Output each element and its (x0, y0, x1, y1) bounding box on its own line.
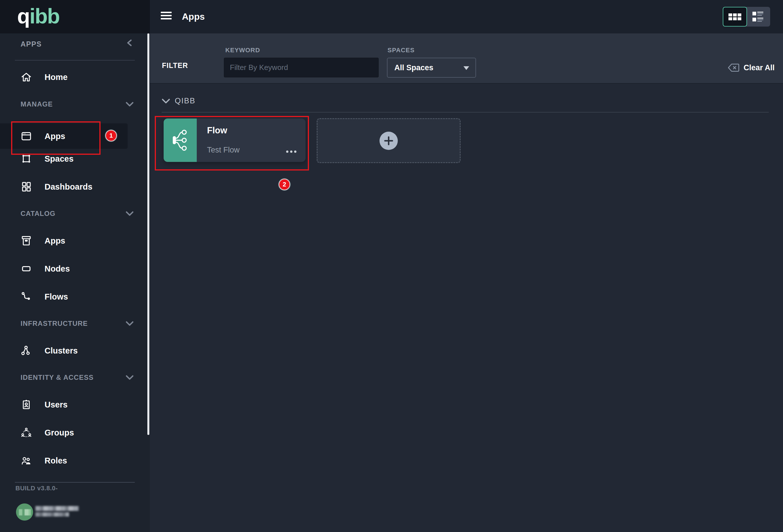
chevron-down-icon (126, 321, 134, 326)
sidebar-item-label: Nodes (44, 264, 70, 274)
apps-window-icon (20, 130, 33, 143)
hamburger-icon[interactable] (161, 12, 172, 20)
sidebar-section-manage[interactable]: MANAGE (0, 98, 150, 111)
nodes-icon (20, 262, 33, 275)
groups-icon (20, 426, 33, 439)
dropdown-arrow-icon (464, 66, 469, 70)
sidebar-divider (15, 60, 135, 61)
sidebar-item-nodes[interactable]: Nodes (0, 256, 150, 281)
grid-view-icon (728, 13, 742, 21)
apps-box-icon (20, 234, 33, 247)
user-name-redacted[interactable] (35, 506, 81, 519)
avatar-initials-redacted (19, 509, 31, 515)
sidebar-item-home[interactable]: Home (0, 65, 150, 90)
flow-app-icon (170, 128, 190, 152)
sidebar-item-label: Groups (44, 428, 74, 437)
sidebar-section-identity[interactable]: IDENTITY & ACCESS (0, 371, 150, 384)
view-toggle (723, 7, 770, 27)
spaces-select[interactable]: All Spaces (387, 58, 476, 78)
sidebar-item-flows[interactable]: Flows (0, 284, 150, 309)
list-view-icon (752, 11, 764, 22)
app-card-subtitle: Test Flow (207, 146, 240, 155)
sidebar-item-dashboards[interactable]: Dashboards (0, 174, 150, 199)
sidebar-item-label: Flows (44, 292, 68, 302)
clusters-icon (20, 344, 33, 357)
annotation-badge-1: 1 (105, 130, 117, 142)
build-version-label: BUILD v3.8.0- (15, 484, 58, 492)
chevron-down-icon (162, 98, 170, 104)
grid-view-button[interactable] (723, 7, 747, 27)
chevron-down-icon (126, 211, 134, 216)
clear-all-label: Clear All (744, 63, 775, 72)
sidebar-item-label: Apps (44, 236, 65, 246)
sidebar: qibb APPS Home MANAGE Apps (0, 0, 150, 532)
spaces-icon (20, 153, 33, 165)
sidebar-item-catalog-apps[interactable]: Apps (0, 228, 150, 253)
logo-bar: qibb (0, 0, 150, 33)
user-avatar[interactable] (16, 503, 33, 521)
spaces-label: SPACES (387, 46, 415, 54)
dashboards-icon (20, 181, 33, 193)
logo-ibb: ibb (29, 4, 59, 28)
sidebar-item-label: Dashboards (44, 182, 93, 192)
list-view-button[interactable] (746, 7, 770, 27)
qibb-app: qibb APPS Home MANAGE Apps (0, 0, 783, 532)
sidebar-section-catalog[interactable]: CATALOG (0, 207, 150, 220)
users-icon (20, 398, 33, 411)
add-app-card[interactable] (317, 118, 461, 163)
section-label: INFRASTRUCTURE (21, 319, 88, 327)
sidebar-item-spaces[interactable]: Spaces (0, 146, 150, 171)
app-card-title: Flow (207, 125, 227, 136)
sidebar-item-label: Clusters (44, 346, 78, 355)
app-card-flow[interactable]: Flow Test Flow (164, 119, 306, 162)
sidebar-scrollbar[interactable] (147, 33, 149, 435)
sidebar-item-clusters[interactable]: Clusters (0, 338, 150, 363)
sidebar-panel-title: APPS (21, 40, 42, 48)
flows-icon (20, 290, 33, 303)
sidebar-item-label: Spaces (44, 154, 74, 164)
sidebar-item-label: Users (44, 400, 68, 409)
space-group-title: QIBB (175, 96, 196, 105)
home-icon (20, 71, 33, 83)
page-title: Apps (182, 11, 205, 22)
chevron-down-icon (126, 102, 134, 107)
app-card-icon-panel (164, 119, 197, 162)
logo-q: q (17, 4, 29, 28)
sidebar-item-groups[interactable]: Groups (0, 420, 150, 445)
keyword-input[interactable] (224, 58, 379, 77)
clear-all-button[interactable]: Clear All (728, 63, 775, 72)
sidebar-item-label: Roles (44, 456, 67, 466)
section-label: CATALOG (21, 210, 55, 218)
filter-label: FILTER (162, 61, 188, 70)
qibb-logo[interactable]: qibb (17, 4, 59, 28)
sidebar-divider (15, 482, 135, 482)
ellipsis-icon[interactable] (284, 151, 296, 153)
section-label: MANAGE (21, 100, 53, 108)
sidebar-item-users[interactable]: Users (0, 392, 150, 417)
sidebar-item-label: Apps (44, 131, 65, 141)
keyword-label: KEYWORD (225, 46, 260, 54)
space-group-qibb[interactable]: QIBB (162, 96, 196, 105)
chevron-left-icon[interactable] (126, 39, 134, 47)
roles-icon (20, 454, 33, 467)
section-label: IDENTITY & ACCESS (21, 374, 94, 381)
group-divider (162, 112, 769, 113)
backspace-icon (728, 63, 740, 72)
topbar (150, 0, 783, 33)
chevron-down-icon (126, 375, 134, 380)
sidebar-section-infrastructure[interactable]: INFRASTRUCTURE (0, 317, 150, 330)
sidebar-item-label: Home (44, 72, 68, 82)
annotation-badge-2: 2 (279, 179, 290, 190)
plus-icon (379, 132, 398, 150)
sidebar-item-roles[interactable]: Roles (0, 448, 150, 473)
spaces-selected-value: All Spaces (394, 63, 434, 72)
